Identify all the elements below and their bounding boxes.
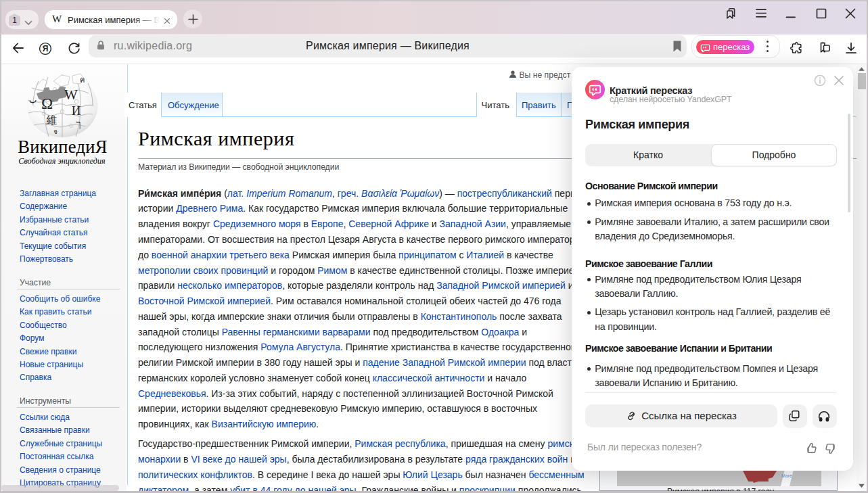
svg-text:W: W [64,87,78,103]
svg-text:Я: Я [43,44,49,53]
svg-text:ب: ب [29,95,37,105]
svg-text:Ω: Ω [41,95,53,112]
svg-text:จ: จ [53,128,58,135]
svg-text:維: 維 [46,114,58,126]
svg-text:ค: ค [80,76,85,84]
svg-text:И: И [72,103,81,118]
svg-text:ך: ך [76,118,81,129]
